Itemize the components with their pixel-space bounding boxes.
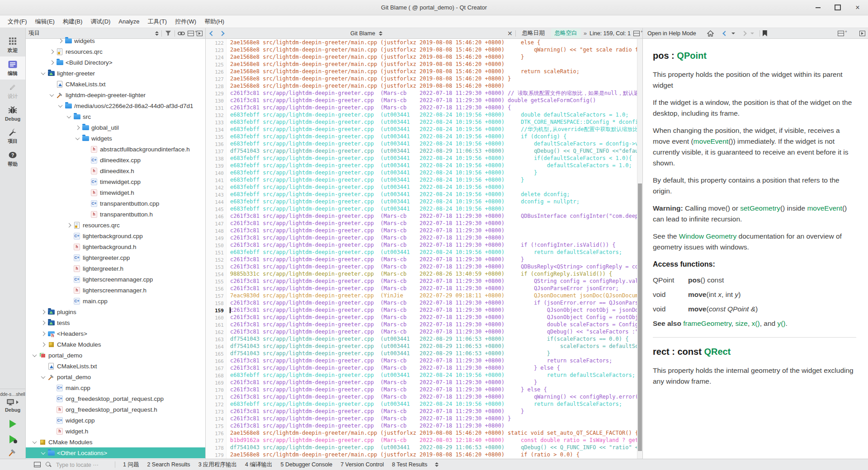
mode-设计[interactable]: 设计 [0,80,25,103]
tree-item-transparentbutton.cpp[interactable]: C+transparentbutton.cpp [26,198,205,209]
blame-line-144[interactable]: 144e683febff src/app/lightdm-deepin-gree… [206,198,642,205]
toggle-output-panes-icon[interactable] [34,462,41,467]
doc-link[interactable]: y() [777,320,785,327]
mode-编辑[interactable]: 编辑 [0,56,25,80]
doc-link[interactable]: setGeometry [740,204,780,212]
blame-line-167[interactable]: 167c261f3c81 src/app/lightdm-deepin-gree… [206,364,642,371]
output-pane-button[interactable]: 4 编译输出 [242,460,275,470]
chevron-right-icon[interactable] [39,332,47,335]
blame-line-163[interactable]: 163df7541043 src/app/lightdm-deepin-gree… [206,335,642,343]
chevron-right-icon[interactable] [39,321,47,324]
chevron-down-icon[interactable] [56,104,64,108]
output-pane-button[interactable]: 7 Version Control [337,461,387,469]
blame-line-162[interactable]: 162c261f3c81 src/app/lightdm-deepin-gree… [206,328,642,335]
blame-line-176[interactable]: 1762ae1568e8 src/lightdm-deepin-greeter/… [206,429,642,437]
tree-item-lightergreeter.h[interactable]: hlightergreeter.h [26,263,205,274]
tree-item-widgets[interactable]: widgets [26,133,205,144]
locator-input[interactable]: Type to locate ⋯ [56,461,110,468]
build-button[interactable] [8,448,18,457]
blame-line-157[interactable]: 1577eac9830d src/app/lightdm-deepin-gree… [206,292,642,299]
blame-line-150[interactable]: 150c261f3c81 src/app/lightdm-deepin-gree… [206,241,642,249]
blame-line-156[interactable]: 156c261f3c81 src/app/lightdm-deepin-gree… [206,285,642,292]
blame-line-151[interactable]: 151e683febff src/app/lightdm-deepin-gree… [206,249,642,256]
tree-item-dlineeditex.cpp[interactable]: C+dlineeditex.cpp [26,155,205,165]
chevron-right-icon[interactable] [47,61,56,64]
toolbar-overflow-icon[interactable]: » [584,30,587,37]
blame-line-158[interactable]: 158c261f3c81 src/app/lightdm-deepin-gree… [206,299,642,306]
chevron-down-icon[interactable] [30,354,38,357]
doc-link[interactable]: Window Geometry [679,232,736,240]
chevron-down-icon[interactable] [39,72,47,75]
blame-line-155[interactable]: 155c261f3c81 src/app/lightdm-deepin-gree… [206,277,642,285]
tree-item-global_util[interactable]: global_util [26,122,205,133]
blame-line-140[interactable]: 140e683febff src/app/lightdm-deepin-gree… [206,169,642,176]
doc-link[interactable]: QPoint [677,51,707,61]
blame-line-123[interactable]: 1232ae1568e8 src/lightdm-deepin-greeter/… [206,46,642,53]
blame-line-168[interactable]: 168e683febff src/app/lightdm-deepin-gree… [206,371,642,379]
tree-item-lighterscreenmanager.h[interactable]: hlighterscreenmanager.h [26,285,205,296]
blame-line-161[interactable]: 161c261f3c81 src/app/lightdm-deepin-gree… [206,321,642,328]
mode-帮助[interactable]: ?帮助 [0,147,25,170]
tree-item-lighter-greeter[interactable]: lighter-greeter [26,68,205,79]
tree-item-portal_demo[interactable]: portal_demo [26,350,205,361]
git-blame-view[interactable]: 1222ae1568e8 src/lightdm-deepin-greeter/… [206,39,642,459]
tree-item-OtherLocations[interactable]: <Other Locations> [26,447,205,458]
tree-item-timewidget.h[interactable]: htimewidget.h [26,187,205,198]
menu-item[interactable]: 编辑(E) [31,16,59,27]
pane-selector-icon[interactable] [155,31,159,36]
blame-line-172[interactable]: 172e683febff src/app/lightdm-deepin-gree… [206,400,642,408]
split-help-icon[interactable] [838,31,844,36]
tree-item-lightergreeter.cpp[interactable]: C+lightergreeter.cpp [26,252,205,263]
tree-item-widget.h[interactable]: hwidget.h [26,426,205,437]
mode-Debug[interactable]: Debug [0,103,25,124]
menu-item[interactable]: 文件(F) [4,16,31,27]
tree-item-lightdm-deepin-greeter-lighter[interactable]: lightdm-deepin-greeter-lighter [26,89,205,100]
output-pane-button[interactable]: 3 应用程序输出 [195,460,240,470]
maximize-icon[interactable] [835,5,841,11]
chevron-down-icon[interactable] [30,441,38,444]
blame-line-126[interactable]: 1262ae1568e8 src/lightdm-deepin-greeter/… [206,68,642,75]
close-icon[interactable]: × [854,5,861,11]
debug-run-button[interactable] [9,435,16,443]
tree-item-org_freedesktop_portal_request.cpp[interactable]: C+org_freedesktop_portal_request.cpp [26,393,205,404]
menu-item[interactable]: 构建(B) [59,16,86,27]
blame-line-166[interactable]: 166c261f3c81 src/app/lightdm-deepin-gree… [206,357,642,364]
blame-line-177[interactable]: 177b1bd9162a src/app/lightdm-deepin-gree… [206,437,642,444]
blame-line-136[interactable]: 136e683febff src/app/lightdm-deepin-gree… [206,140,642,147]
kit-selector[interactable]: dde-s…shell Debug [0,389,25,459]
blame-line-174[interactable]: 174c261f3c81 src/app/lightdm-deepin-gree… [206,415,642,422]
forward-icon[interactable] [218,30,226,37]
ignore-whitespace-toggle[interactable]: 忽略空白 [551,28,581,38]
tree-item-mediauosc2266e2d-86a2-44d0-af3d-d7d1[interactable]: /media/uos/c2266e2d-86a2-44d0-af3d-d7d1 [26,100,205,111]
blame-line-147[interactable]: 147c261f3c81 src/app/lightdm-deepin-gree… [206,220,642,227]
tree-item-org_freedesktop_portal_request.h[interactable]: horg_freedesktop_portal_request.h [26,404,205,415]
tree-item-resources.qrc[interactable]: resources.qrc [26,46,205,57]
blame-line-160[interactable]: 160c261f3c81 src/app/lightdm-deepin-gree… [206,314,642,321]
blame-line-164[interactable]: 164df7541043 src/app/lightdm-deepin-gree… [206,343,642,350]
tree-item-portal_demo[interactable]: portal_demo [26,371,205,382]
output-pane-arrows-icon[interactable] [435,462,439,467]
chevron-right-icon[interactable] [73,126,81,129]
tree-item-CMakeLists.txt[interactable]: CMakeLists.txt [26,79,205,89]
doc-link[interactable]: size [735,320,748,327]
blame-line-173[interactable]: 173c261f3c81 src/app/lightdm-deepin-gree… [206,408,642,415]
tree-item-CMakeModules[interactable]: CMake Modules [26,437,205,447]
blame-line-141[interactable]: 141e683febff src/app/lightdm-deepin-gree… [206,176,642,183]
line-col-indicator[interactable]: Line: 159, Col: 1 [590,30,631,37]
blame-line-135[interactable]: 135e683febff src/app/lightdm-deepin-gree… [206,133,642,140]
menu-item[interactable]: 调试(D) [86,16,114,27]
blame-line-124[interactable]: 1242ae1568e8 src/lightdm-deepin-greeter/… [206,53,642,61]
blame-line-175[interactable]: 175c261f3c81 src/app/lightdm-deepin-gree… [206,422,642,429]
tree-item-dlineeditex.h[interactable]: hdlineeditex.h [26,165,205,176]
output-pane-button[interactable]: 2 Search Results [144,461,193,469]
chevron-down-icon[interactable] [47,94,56,97]
output-pane-button[interactable]: 8 Test Results [389,461,430,469]
blame-line-125[interactable]: 1252ae1568e8 src/lightdm-deepin-greeter/… [206,61,642,68]
tree-item-widget.cpp[interactable]: C+widget.cpp [26,415,205,426]
chevron-down-icon[interactable] [73,137,81,140]
blame-line-129[interactable]: 129c261f3c81 src/app/lightdm-deepin-gree… [206,89,642,97]
doc-link[interactable]: frameGeometry [683,320,731,327]
chevron-down-icon[interactable] [65,115,73,118]
tree-item-tests[interactable]: tests [26,317,205,328]
split-editor-icon[interactable] [633,31,640,36]
